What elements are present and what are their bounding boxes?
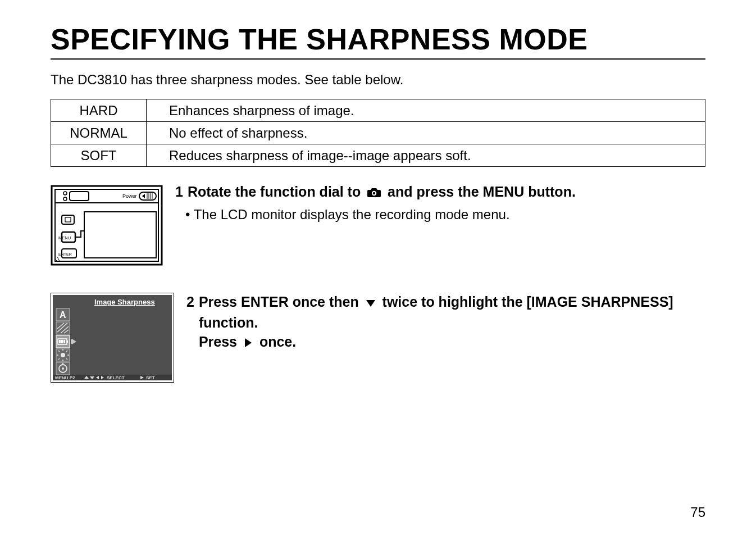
step1-text-b: and press the MENU button. (384, 184, 576, 199)
lcd-title: Image Sharpness (94, 298, 155, 306)
sharpness-modes-table: HARD Enhances sharpness of image. NORMAL… (51, 99, 705, 167)
right-triangle-icon (243, 334, 253, 353)
table-row: NORMAL No effect of sharpness. (51, 122, 705, 144)
svg-rect-6 (139, 192, 156, 200)
menu-icon-a: A (60, 310, 66, 320)
step-number: 2 (186, 293, 194, 311)
step1-text-a: Rotate the function dial to (188, 184, 365, 199)
page-number: 75 (690, 505, 705, 520)
step2-text-a: Press ENTER once then (199, 294, 363, 310)
camera-back-illustration: Power MENU ENTER (51, 183, 163, 267)
lcd-footer-left: MENU P2 (55, 375, 75, 380)
svg-rect-22 (53, 295, 172, 380)
svg-rect-3 (70, 192, 89, 201)
title-rule (51, 58, 705, 60)
page-title: SPECIFYING THE SHARPNESS MODE (51, 22, 705, 56)
menu-button-label: MENU (58, 235, 71, 240)
svg-point-38 (61, 353, 65, 357)
down-triangle-icon (365, 294, 376, 314)
step1-bullet: • The LCD monitor displays the recording… (185, 207, 705, 222)
svg-point-49 (62, 367, 64, 370)
svg-marker-57 (245, 338, 252, 347)
power-label: Power (122, 193, 137, 199)
mode-label: SOFT (51, 144, 147, 167)
step1-text: Rotate the function dial to and press th… (188, 183, 576, 203)
step-number: 1 (175, 183, 183, 201)
svg-rect-34 (61, 340, 63, 343)
table-row: SOFT Reduces sharpness of image--image a… (51, 144, 705, 167)
table-row: HARD Enhances sharpness of image. (51, 99, 705, 122)
step2-text-c: Press (199, 334, 241, 349)
camera-icon (367, 184, 381, 203)
lcd-footer-mid: SELECT (107, 375, 125, 380)
lcd-menu-illustration: Image Sharpness A (51, 293, 174, 383)
svg-rect-32 (67, 340, 68, 343)
svg-rect-13 (62, 215, 74, 224)
mode-desc: Reduces sharpness of image--image appear… (147, 144, 705, 167)
lcd-footer-right: SET (146, 375, 155, 380)
mode-label: NORMAL (51, 122, 147, 144)
step2-text-d: once. (256, 334, 296, 349)
mode-label: HARD (51, 99, 147, 122)
mode-desc: No effect of sharpness. (147, 122, 705, 144)
svg-point-20 (373, 192, 375, 194)
svg-rect-12 (84, 212, 156, 258)
svg-rect-35 (63, 340, 65, 343)
enter-button-label: ENTER (58, 252, 72, 256)
mode-desc: Enhances sharpness of image. (147, 99, 705, 122)
svg-rect-33 (59, 340, 61, 343)
intro-text: The DC3810 has three sharpness modes. Se… (51, 72, 705, 88)
step2-text: Press ENTER once then twice to highlight… (199, 293, 705, 353)
svg-marker-56 (366, 300, 375, 307)
